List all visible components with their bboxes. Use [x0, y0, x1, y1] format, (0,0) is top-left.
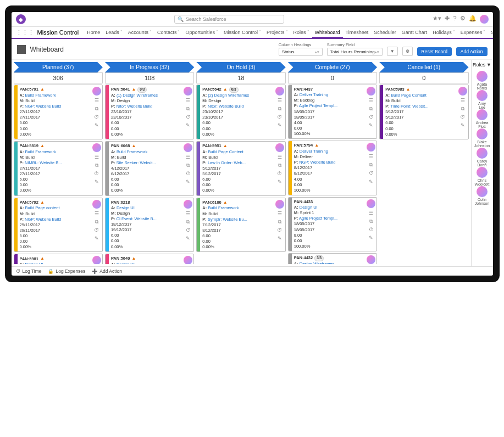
help-icon[interactable]: ? [453, 15, 456, 24]
favorite-icon[interactable]: ★▾ [433, 15, 441, 24]
kanban-card[interactable]: PAN:5819 ▲A: Build FrameworkM: BuildP: N… [14, 141, 103, 196]
nav-opportunities[interactable]: Opportunities ˅ [182, 28, 221, 37]
kanban-card[interactable]: PAN:5951 ▲A: Build Page ContentM: BuildP… [196, 141, 285, 196]
assignee-avatar[interactable] [184, 143, 192, 152]
link-icon[interactable]: ⧉ [461, 105, 464, 112]
assignee-avatar[interactable] [367, 255, 375, 264]
clock-icon[interactable]: ⏱ [460, 114, 465, 120]
link-icon[interactable]: ⧉ [278, 105, 281, 112]
assignee-avatar[interactable] [184, 87, 192, 96]
nav-leads[interactable]: Leads ˅ [103, 28, 125, 37]
col-headings-select[interactable]: Status▴▾ [279, 48, 323, 56]
list-icon[interactable]: ☰ [95, 210, 99, 217]
reset-board-button[interactable]: Reset Board [417, 47, 452, 56]
kanban-card[interactable]: PAN:5792 ▲A: Build Page contentM: BuildP… [14, 198, 103, 253]
list-icon[interactable]: ☰ [369, 97, 373, 104]
list-icon[interactable]: ☰ [186, 154, 190, 160]
user-avatar[interactable] [480, 15, 489, 24]
kanban-card[interactable]: PAN:5640 ▲A: Design UIM: DesignP: Nitor:… [105, 254, 194, 264]
clock-icon[interactable]: ⏱ [94, 114, 99, 120]
clock-icon[interactable]: ⏱ [186, 227, 191, 233]
list-icon[interactable]: ☰ [95, 97, 99, 104]
link-icon[interactable]: ⧉ [186, 218, 190, 225]
add-action-button[interactable]: Add Action [456, 47, 488, 56]
filter-icon[interactable]: ▼ [387, 47, 398, 56]
global-search[interactable]: 🔍 Search Salesforce [174, 15, 284, 24]
list-icon[interactable]: ☰ [278, 97, 282, 104]
kanban-card[interactable]: PAN:6100 ▲A: Build FrameworkM: BuildP: S… [196, 198, 285, 253]
kanban-card[interactable]: PAN:4433A: Design UIM: Sprint 1P: Agile … [288, 197, 377, 251]
summary-field-select[interactable]: Total Hours Remaining▴▾ [327, 48, 383, 56]
nav-accounts[interactable]: Accounts ˅ [125, 28, 154, 37]
log-expenses-link[interactable]: 🔒 Log Expenses [48, 268, 85, 274]
clock-icon[interactable]: ⏱ [369, 114, 374, 120]
edit-icon[interactable]: ✎ [186, 122, 190, 128]
assignee-avatar[interactable] [92, 87, 101, 96]
edit-icon[interactable]: ✎ [95, 235, 99, 242]
link-icon[interactable]: ⧉ [95, 105, 98, 112]
assignee-avatar[interactable] [367, 87, 375, 96]
list-icon[interactable]: ☰ [369, 153, 373, 160]
assignee-avatar[interactable] [275, 143, 284, 152]
role-item[interactable]: ColinJohnson [474, 186, 490, 205]
assignee-avatar[interactable] [367, 199, 375, 208]
role-item[interactable]: AgataNorris [474, 71, 490, 90]
assignee-avatar[interactable] [184, 200, 192, 209]
role-item[interactable]: CareyBonn [474, 148, 490, 167]
nav-contacts[interactable]: Contacts ˅ [154, 28, 183, 37]
assignee-avatar[interactable] [367, 143, 375, 152]
roles-panel-header[interactable]: Roles ▼ [473, 62, 491, 68]
nav-gantt-chart[interactable]: Gantt Chart [399, 28, 430, 37]
kanban-card[interactable]: PAN:5791 ▲A: Build FrameworkM: BuildP: N… [14, 85, 103, 139]
role-item[interactable]: BlakeJohnston [474, 128, 490, 148]
list-icon[interactable]: ☰ [278, 210, 282, 217]
list-icon[interactable]: ☰ [186, 210, 190, 217]
add-action-link[interactable]: ➕ Add Action [92, 268, 122, 274]
kanban-card[interactable]: PAN:5983 ▲A: Build Page ContentM: BuildP… [379, 85, 468, 139]
nav-mission-control[interactable]: Mission Control ˅ [221, 28, 264, 37]
nav-expenses[interactable]: Expenses ˅ [458, 28, 489, 37]
kanban-card[interactable]: PAN:5641 ▲ 0/3A: (1) Design WireframesM:… [105, 85, 194, 139]
app-switcher-icon[interactable]: ⋮⋮⋮ [16, 29, 34, 36]
nav-roles[interactable]: Roles ˅ [291, 28, 312, 37]
role-item[interactable]: ChrisWoolcott [474, 167, 490, 186]
assignee-avatar[interactable] [458, 87, 467, 96]
link-icon[interactable]: ⧉ [369, 105, 373, 112]
clock-icon[interactable]: ⏱ [369, 226, 374, 233]
clock-icon[interactable]: ⏱ [277, 170, 282, 177]
link-icon[interactable]: ⧉ [369, 161, 373, 168]
assignee-avatar[interactable] [92, 256, 101, 264]
assignee-avatar[interactable] [184, 256, 192, 264]
gear-icon[interactable]: ⚙ [460, 15, 466, 24]
assignee-avatar[interactable] [275, 87, 284, 96]
kanban-card[interactable]: PAN:5642 ▲ 0/3A: (2) Design WireframesM:… [196, 85, 285, 139]
list-icon[interactable]: ☰ [278, 154, 282, 160]
list-icon[interactable]: ☰ [186, 97, 190, 104]
clock-icon[interactable]: ⏱ [369, 170, 374, 176]
nav-projects[interactable]: Projects ˅ [264, 28, 291, 37]
link-icon[interactable]: ⧉ [186, 105, 190, 112]
edit-icon[interactable]: ✎ [278, 178, 282, 185]
nav-holidays[interactable]: Holidays ˅ [430, 28, 458, 37]
kanban-card[interactable]: PAN:5794 ▲A: Deliver TrainingM: DeliverP… [288, 141, 377, 195]
list-icon[interactable]: ☰ [369, 210, 373, 216]
clock-icon[interactable]: ⏱ [186, 170, 191, 177]
kanban-card[interactable]: PAN:5981 ▲A: Design UIM: DesignP: Time P… [14, 254, 103, 264]
edit-icon[interactable]: ✎ [186, 235, 190, 242]
assignee-avatar[interactable] [275, 200, 284, 209]
edit-icon[interactable]: ✎ [278, 235, 282, 242]
link-icon[interactable]: ⧉ [95, 218, 98, 225]
settings-icon[interactable]: ⚙ [402, 47, 413, 56]
add-icon[interactable]: ✚ [445, 15, 450, 24]
kanban-card[interactable]: PAN:4437A: Deliver TrainingM: BacklogP: … [288, 85, 377, 139]
bell-icon[interactable]: 🔔 [469, 15, 477, 24]
nav-skills[interactable]: Skills ˅ [488, 28, 492, 37]
edit-icon[interactable]: ✎ [369, 122, 373, 128]
clock-icon[interactable]: ⏱ [186, 114, 191, 120]
edit-icon[interactable]: ✎ [461, 122, 465, 128]
clock-icon[interactable]: ⏱ [94, 227, 99, 233]
log-time-link[interactable]: ⏱ Log Time [16, 268, 42, 274]
nav-home[interactable]: Home [84, 28, 103, 37]
link-icon[interactable]: ⧉ [369, 218, 373, 225]
edit-icon[interactable]: ✎ [369, 178, 373, 185]
